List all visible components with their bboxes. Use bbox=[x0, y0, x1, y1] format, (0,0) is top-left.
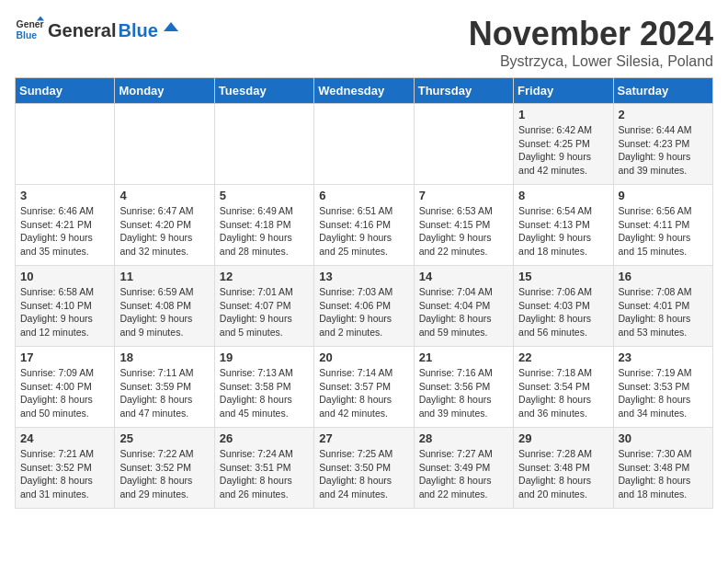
day-info: Sunrise: 7:18 AM Sunset: 3:54 PM Dayligh… bbox=[518, 366, 608, 420]
day-number: 6 bbox=[319, 189, 408, 202]
calendar-cell: 22Sunrise: 7:18 AM Sunset: 3:54 PM Dayli… bbox=[514, 347, 613, 428]
day-info: Sunrise: 6:47 AM Sunset: 4:20 PM Dayligh… bbox=[119, 204, 209, 259]
logo-general-text: General bbox=[48, 20, 116, 41]
day-info: Sunrise: 6:44 AM Sunset: 4:23 PM Dayligh… bbox=[619, 123, 708, 178]
svg-text:Blue: Blue bbox=[17, 30, 38, 40]
calendar-cell bbox=[314, 104, 414, 185]
day-number: 9 bbox=[619, 189, 708, 202]
day-info: Sunrise: 6:58 AM Sunset: 4:10 PM Dayligh… bbox=[20, 285, 109, 339]
day-number: 7 bbox=[419, 189, 508, 202]
calendar-cell: 21Sunrise: 7:16 AM Sunset: 3:56 PM Dayli… bbox=[414, 347, 513, 428]
day-number: 17 bbox=[20, 350, 109, 364]
day-number: 18 bbox=[119, 350, 209, 364]
weekday-header-thursday: Thursday bbox=[414, 78, 513, 104]
calendar-cell: 27Sunrise: 7:25 AM Sunset: 3:50 PM Dayli… bbox=[314, 428, 414, 509]
calendar-cell: 10Sunrise: 6:58 AM Sunset: 4:10 PM Dayli… bbox=[16, 266, 115, 347]
day-info: Sunrise: 6:46 AM Sunset: 4:21 PM Dayligh… bbox=[20, 204, 109, 259]
weekday-header-saturday: Saturday bbox=[613, 78, 712, 104]
day-number: 15 bbox=[518, 270, 608, 283]
day-number: 22 bbox=[518, 350, 608, 364]
day-info: Sunrise: 6:59 AM Sunset: 4:08 PM Dayligh… bbox=[119, 285, 209, 339]
day-number: 26 bbox=[220, 431, 309, 445]
calendar-cell: 5Sunrise: 6:49 AM Sunset: 4:18 PM Daylig… bbox=[214, 185, 313, 266]
day-info: Sunrise: 7:16 AM Sunset: 3:56 PM Dayligh… bbox=[419, 366, 508, 420]
calendar-cell bbox=[16, 104, 115, 185]
calendar-cell: 9Sunrise: 6:56 AM Sunset: 4:11 PM Daylig… bbox=[613, 185, 712, 266]
day-number: 23 bbox=[619, 350, 708, 364]
calendar-cell: 17Sunrise: 7:09 AM Sunset: 4:00 PM Dayli… bbox=[16, 347, 115, 428]
day-info: Sunrise: 7:03 AM Sunset: 4:06 PM Dayligh… bbox=[319, 285, 408, 339]
calendar-cell: 25Sunrise: 7:22 AM Sunset: 3:52 PM Dayli… bbox=[115, 428, 214, 509]
day-number: 4 bbox=[119, 189, 209, 202]
weekday-header-monday: Monday bbox=[115, 78, 214, 104]
day-info: Sunrise: 7:11 AM Sunset: 3:59 PM Dayligh… bbox=[119, 366, 209, 420]
calendar-cell: 7Sunrise: 6:53 AM Sunset: 4:15 PM Daylig… bbox=[414, 185, 513, 266]
calendar-cell: 8Sunrise: 6:54 AM Sunset: 4:13 PM Daylig… bbox=[514, 185, 613, 266]
day-info: Sunrise: 7:13 AM Sunset: 3:58 PM Dayligh… bbox=[220, 366, 309, 420]
day-number: 20 bbox=[319, 350, 408, 364]
day-info: Sunrise: 7:28 AM Sunset: 3:48 PM Dayligh… bbox=[518, 447, 608, 501]
day-number: 8 bbox=[518, 189, 608, 202]
day-info: Sunrise: 7:27 AM Sunset: 3:49 PM Dayligh… bbox=[419, 447, 508, 501]
day-number: 30 bbox=[619, 431, 708, 445]
location-subtitle: Bystrzyca, Lower Silesia, Poland bbox=[469, 53, 713, 70]
day-number: 13 bbox=[319, 270, 408, 283]
svg-marker-3 bbox=[164, 22, 178, 31]
day-info: Sunrise: 7:14 AM Sunset: 3:57 PM Dayligh… bbox=[319, 366, 408, 420]
calendar-week-row: 10Sunrise: 6:58 AM Sunset: 4:10 PM Dayli… bbox=[16, 266, 713, 347]
day-number: 14 bbox=[419, 270, 508, 283]
page-header: General Blue GeneralBlue November 2024 B… bbox=[15, 15, 713, 70]
calendar-cell: 18Sunrise: 7:11 AM Sunset: 3:59 PM Dayli… bbox=[115, 347, 214, 428]
calendar-cell: 24Sunrise: 7:21 AM Sunset: 3:52 PM Dayli… bbox=[16, 428, 115, 509]
day-info: Sunrise: 6:51 AM Sunset: 4:16 PM Dayligh… bbox=[319, 204, 408, 259]
day-info: Sunrise: 6:53 AM Sunset: 4:15 PM Dayligh… bbox=[419, 204, 508, 259]
day-number: 29 bbox=[518, 431, 608, 445]
day-info: Sunrise: 7:25 AM Sunset: 3:50 PM Dayligh… bbox=[319, 447, 408, 501]
day-info: Sunrise: 7:06 AM Sunset: 4:03 PM Dayligh… bbox=[518, 285, 608, 339]
calendar-table: SundayMondayTuesdayWednesdayThursdayFrid… bbox=[15, 77, 713, 509]
day-number: 1 bbox=[518, 108, 608, 121]
month-title: November 2024 bbox=[469, 15, 713, 53]
day-info: Sunrise: 7:09 AM Sunset: 4:00 PM Dayligh… bbox=[20, 366, 109, 420]
logo-chevron-icon bbox=[162, 18, 180, 37]
logo-icon: General Blue bbox=[15, 15, 44, 44]
calendar-header-row: SundayMondayTuesdayWednesdayThursdayFrid… bbox=[16, 78, 713, 104]
calendar-cell: 26Sunrise: 7:24 AM Sunset: 3:51 PM Dayli… bbox=[214, 428, 313, 509]
calendar-week-row: 1Sunrise: 6:42 AM Sunset: 4:25 PM Daylig… bbox=[16, 104, 713, 185]
day-number: 16 bbox=[619, 270, 708, 283]
svg-text:General: General bbox=[17, 19, 44, 29]
day-info: Sunrise: 6:56 AM Sunset: 4:11 PM Dayligh… bbox=[619, 204, 708, 259]
day-number: 24 bbox=[20, 431, 109, 445]
weekday-header-sunday: Sunday bbox=[16, 78, 115, 104]
calendar-cell: 12Sunrise: 7:01 AM Sunset: 4:07 PM Dayli… bbox=[214, 266, 313, 347]
calendar-cell: 28Sunrise: 7:27 AM Sunset: 3:49 PM Dayli… bbox=[414, 428, 513, 509]
calendar-cell: 14Sunrise: 7:04 AM Sunset: 4:04 PM Dayli… bbox=[414, 266, 513, 347]
calendar-cell bbox=[214, 104, 313, 185]
day-number: 28 bbox=[419, 431, 508, 445]
calendar-cell: 4Sunrise: 6:47 AM Sunset: 4:20 PM Daylig… bbox=[115, 185, 214, 266]
calendar-cell: 20Sunrise: 7:14 AM Sunset: 3:57 PM Dayli… bbox=[314, 347, 414, 428]
calendar-cell: 16Sunrise: 7:08 AM Sunset: 4:01 PM Dayli… bbox=[613, 266, 712, 347]
calendar-cell: 11Sunrise: 6:59 AM Sunset: 4:08 PM Dayli… bbox=[115, 266, 214, 347]
day-info: Sunrise: 7:04 AM Sunset: 4:04 PM Dayligh… bbox=[419, 285, 508, 339]
calendar-cell: 3Sunrise: 6:46 AM Sunset: 4:21 PM Daylig… bbox=[16, 185, 115, 266]
logo-blue-text: Blue bbox=[118, 20, 157, 41]
calendar-cell: 29Sunrise: 7:28 AM Sunset: 3:48 PM Dayli… bbox=[514, 428, 613, 509]
day-number: 5 bbox=[220, 189, 309, 202]
calendar-cell: 1Sunrise: 6:42 AM Sunset: 4:25 PM Daylig… bbox=[514, 104, 613, 185]
calendar-cell: 23Sunrise: 7:19 AM Sunset: 3:53 PM Dayli… bbox=[613, 347, 712, 428]
day-info: Sunrise: 6:42 AM Sunset: 4:25 PM Dayligh… bbox=[518, 123, 608, 178]
svg-marker-2 bbox=[37, 17, 44, 21]
day-info: Sunrise: 7:01 AM Sunset: 4:07 PM Dayligh… bbox=[220, 285, 309, 339]
calendar-cell bbox=[115, 104, 214, 185]
day-info: Sunrise: 6:49 AM Sunset: 4:18 PM Dayligh… bbox=[220, 204, 309, 259]
logo: General Blue GeneralBlue bbox=[15, 15, 180, 44]
day-info: Sunrise: 7:22 AM Sunset: 3:52 PM Dayligh… bbox=[119, 447, 209, 501]
day-number: 11 bbox=[119, 270, 209, 283]
day-info: Sunrise: 7:19 AM Sunset: 3:53 PM Dayligh… bbox=[619, 366, 708, 420]
day-number: 2 bbox=[619, 108, 708, 121]
calendar-week-row: 17Sunrise: 7:09 AM Sunset: 4:00 PM Dayli… bbox=[16, 347, 713, 428]
day-info: Sunrise: 7:24 AM Sunset: 3:51 PM Dayligh… bbox=[220, 447, 309, 501]
calendar-cell: 30Sunrise: 7:30 AM Sunset: 3:48 PM Dayli… bbox=[613, 428, 712, 509]
day-info: Sunrise: 7:21 AM Sunset: 3:52 PM Dayligh… bbox=[20, 447, 109, 501]
